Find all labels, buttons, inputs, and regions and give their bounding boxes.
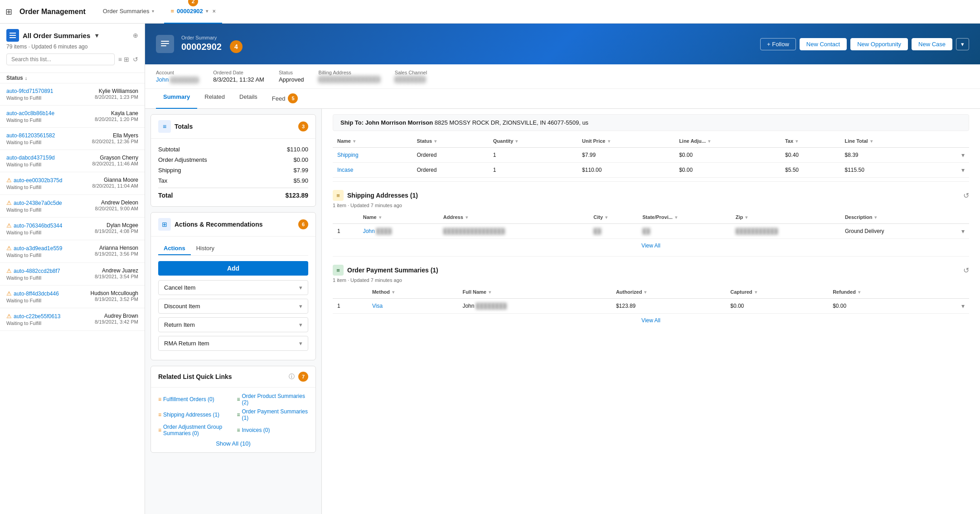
actions-tab-history[interactable]: History [191, 242, 220, 255]
list-item[interactable]: auto-9fcd71570891 Waiting to Fulfill Kyl… [0, 83, 145, 106]
sidebar-dropdown[interactable]: ▼ [94, 32, 100, 39]
ps-row-expand[interactable]: ▾ [934, 299, 969, 314]
sidebar-item-link[interactable]: ⚠auto-a3d9ead1e559 [6, 245, 62, 252]
grid-icon[interactable]: ⊞ [5, 7, 12, 17]
svg-rect-3 [161, 41, 169, 42]
follow-button[interactable]: + Follow [760, 38, 796, 50]
more-button[interactable]: ▾ [956, 38, 969, 50]
tab-feed[interactable]: Feed 5 [265, 89, 306, 109]
quick-link-adj-group[interactable]: ≡ Order Adjustment Group Summaries (0) [158, 424, 230, 436]
sidebar-item-date: 8/20/2021, 9:00 AM [95, 206, 138, 211]
table-row: Shipping Ordered 1 $7.99 $0.00 $0.40 $8.… [333, 148, 969, 163]
refresh-icon[interactable]: ↺ [133, 56, 138, 63]
col-sa-city: City ▾ [589, 211, 638, 224]
grid-view-icon[interactable]: ⊞ [124, 56, 129, 63]
tab-related[interactable]: Related [197, 89, 232, 109]
new-opportunity-button[interactable]: New Opportunity [850, 38, 908, 50]
add-button[interactable]: Add [158, 261, 308, 276]
list-item[interactable]: ⚠auto-2438e7a0c5de Waiting to Fulfill An… [0, 195, 145, 218]
quick-link-invoices[interactable]: ≡ Invoices (0) [237, 424, 309, 436]
ps-row-refunded: $0.00 [828, 299, 934, 314]
record-banner-icon [156, 35, 174, 53]
row-name-incase[interactable]: Incase [333, 163, 412, 178]
sidebar-item-link[interactable]: auto-9fcd71570891 [6, 88, 53, 94]
tab-order-summaries[interactable]: Order Summaries ▾ [97, 0, 161, 24]
quick-links-grid: ≡ Fulfillment Orders (0) ≡ Order Product… [158, 393, 308, 436]
rma-return-item-dropdown[interactable]: RMA Return Item ▾ [158, 336, 308, 351]
payment-view-all[interactable]: View All [333, 314, 969, 327]
quick-link-order-product[interactable]: ≡ Order Product Summaries (2) [237, 393, 309, 406]
sidebar-item-link[interactable]: ⚠auto-ee00302b375d [6, 177, 62, 184]
shipping-view-all[interactable]: View All [333, 239, 969, 252]
feed-badge: 5 [288, 93, 298, 103]
list-item[interactable]: ⚠auto-a3d9ead1e559 Waiting to Fulfill Ar… [0, 240, 145, 263]
row-line-total-incase: $115.50 [840, 163, 936, 178]
return-item-dropdown[interactable]: Return Item ▾ [158, 317, 308, 332]
sidebar-item-link[interactable]: ⚠auto-4882ccd2b8f7 [6, 267, 60, 274]
sidebar-item-name: Andrew Juarez [95, 267, 138, 274]
col-ps-expand [934, 286, 969, 299]
actions-tab-actions[interactable]: Actions [158, 242, 191, 255]
sidebar-item-status: Waiting to Fulfill [6, 117, 54, 123]
row-line-adj-shipping: $0.00 [674, 148, 781, 163]
return-item-label: Return Item [164, 321, 195, 328]
record-banner: Order Summary 00002902 4 + Follow New Co… [145, 24, 980, 64]
left-panel: ≡ Totals 3 Subtotal $110.00 Order Adjust… [145, 109, 322, 514]
quick-links-info-icon[interactable]: ⓘ [289, 373, 295, 381]
sa-row-state: ██ [638, 224, 731, 239]
content-area: Order Summary 00002902 4 + Follow New Co… [145, 24, 980, 514]
account-value[interactable]: John ████████ [156, 76, 199, 83]
row-tax-incase: $5.50 [781, 163, 840, 178]
row-expand-shipping[interactable]: ▾ [937, 148, 969, 163]
list-item[interactable]: ⚠auto-706346bd5344 Waiting to Fulfill Dy… [0, 218, 145, 240]
sidebar-item-link[interactable]: auto-ac0c8b86b14e [6, 110, 54, 116]
sidebar-item-link[interactable]: ⚠auto-706346bd5344 [6, 222, 62, 229]
list-item[interactable]: auto-dabcd437159d Waiting to Fulfill Gra… [0, 150, 145, 172]
list-item[interactable]: ⚠auto-ee00302b375d Waiting to Fulfill Gi… [0, 172, 145, 195]
tab-details[interactable]: Details [232, 89, 265, 109]
actions-card-header: ⊞ Actions & Recommendations 6 [151, 213, 315, 237]
list-item[interactable]: auto-861203561582 Waiting to Fulfill Ell… [0, 128, 145, 150]
list-item[interactable]: ⚠auto-4882ccd2b8f7 Waiting to Fulfill An… [0, 263, 145, 286]
sidebar-sort[interactable]: Status ↓ [0, 73, 145, 83]
record-fields: Account John ████████ Ordered Date 8/3/2… [145, 64, 980, 89]
new-contact-button[interactable]: New Contact [800, 38, 847, 50]
cancel-item-dropdown[interactable]: Cancel Item ▾ [158, 280, 308, 295]
shipping-refresh-button[interactable]: ↺ [963, 191, 969, 200]
ps-row-method[interactable]: Visa [368, 299, 458, 314]
payment-refresh-button[interactable]: ↺ [963, 266, 969, 275]
sidebar-item-link[interactable]: auto-dabcd437159d [6, 155, 55, 161]
tab-00002902-close[interactable]: × [213, 8, 216, 15]
sidebar-item-link[interactable]: ⚠auto-2438e7a0c5de [6, 199, 62, 206]
sidebar-pin[interactable]: ⊕ [133, 32, 138, 39]
quick-link-payment[interactable]: ≡ Order Payment Summaries (1) [237, 408, 309, 421]
sa-row-name[interactable]: John ████ [359, 224, 439, 239]
sa-row-expand[interactable]: ▾ [943, 224, 969, 239]
list-item[interactable]: auto-ac0c8b86b14e Waiting to Fulfill Kay… [0, 106, 145, 128]
order-adj-label: Order Adjustments [158, 156, 207, 163]
tab-00002902-label: 00002902 [177, 8, 203, 15]
search-input[interactable] [6, 53, 115, 65]
tab-order-summaries-chevron: ▾ [152, 9, 154, 14]
tab-summary[interactable]: Summary [156, 89, 197, 109]
quick-link-shipping[interactable]: ≡ Shipping Addresses (1) [158, 408, 230, 421]
sa-row-address: ████████████████ [439, 224, 589, 239]
sidebar-item-date: 8/20/2021, 1:23 PM [95, 94, 138, 100]
list-item[interactable]: ⚠auto-c22be55f0613 Waiting to Fulfill Au… [0, 308, 145, 331]
quick-link-fulfillment[interactable]: ≡ Fulfillment Orders (0) [158, 393, 230, 406]
show-all-link[interactable]: Show All (10) [158, 440, 308, 447]
field-sales-channel: Sales Channel ████████ [395, 70, 427, 83]
rma-return-item-label: RMA Return Item [164, 340, 209, 347]
list-view-icon[interactable]: ≡ [118, 56, 122, 63]
table-row: Incase Ordered 1 $110.00 $0.00 $5.50 $11… [333, 163, 969, 178]
row-expand-incase[interactable]: ▾ [937, 163, 969, 178]
row-name-shipping[interactable]: Shipping [333, 148, 412, 163]
sidebar-item-link[interactable]: auto-861203561582 [6, 132, 55, 139]
new-case-button[interactable]: New Case [912, 38, 952, 50]
sidebar-item-link[interactable]: ⚠auto-c22be55f0613 [6, 313, 60, 320]
row-status-shipping: Ordered [412, 148, 488, 163]
total-label: Total [158, 192, 173, 199]
discount-item-dropdown[interactable]: Discount Item ▾ [158, 299, 308, 314]
list-item[interactable]: ⚠auto-8ff4d3dcb446 Waiting to Fulfill Hu… [0, 286, 145, 308]
sidebar-item-link[interactable]: ⚠auto-8ff4d3dcb446 [6, 290, 59, 297]
